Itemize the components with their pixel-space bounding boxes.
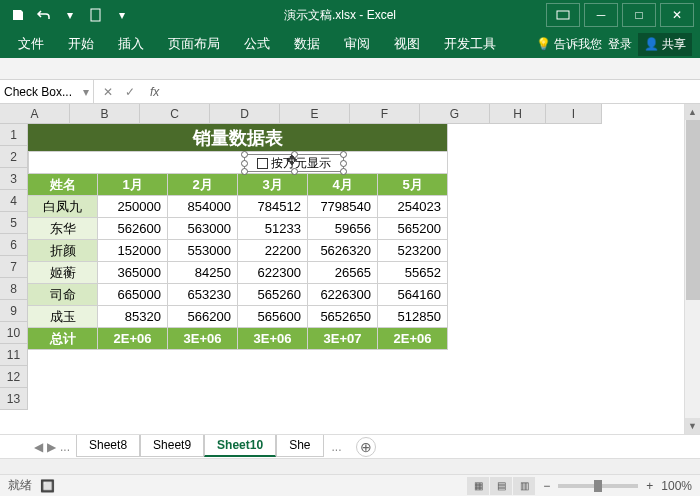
tab-insert[interactable]: 插入 (108, 31, 154, 57)
data-cell-5-4[interactable]: 512850 (378, 306, 448, 328)
formula-bar-input[interactable] (165, 80, 700, 103)
scroll-down-icon[interactable]: ▼ (685, 418, 700, 434)
row-header-9[interactable]: 9 (0, 300, 28, 322)
tab-review[interactable]: 审阅 (334, 31, 380, 57)
view-normal-icon[interactable]: ▦ (467, 477, 489, 495)
header-3[interactable]: 3月 (238, 174, 308, 196)
header-4[interactable]: 4月 (308, 174, 378, 196)
col-header-B[interactable]: B (70, 104, 140, 124)
qat-dropdown-icon[interactable]: ▾ (58, 3, 82, 27)
col-header-I[interactable]: I (546, 104, 602, 124)
namebox-dropdown-icon[interactable]: ▾ (83, 85, 89, 99)
data-cell-2-3[interactable]: 5626320 (308, 240, 378, 262)
title-cell[interactable]: 销量数据表 (28, 124, 448, 152)
macro-record-icon[interactable]: 🔲 (40, 479, 55, 493)
tab-pagelayout[interactable]: 页面布局 (158, 31, 230, 57)
data-cell-3-2[interactable]: 622300 (238, 262, 308, 284)
name-cell-3[interactable]: 姬蘅 (28, 262, 98, 284)
sheet-tab-Sheet9[interactable]: Sheet9 (140, 435, 204, 457)
close-icon[interactable]: ✕ (660, 3, 694, 27)
total-0[interactable]: 2E+06 (98, 328, 168, 350)
maximize-icon[interactable]: □ (622, 3, 656, 27)
tab-file[interactable]: 文件 (8, 31, 54, 57)
data-cell-4-1[interactable]: 653230 (168, 284, 238, 306)
data-cell-3-1[interactable]: 84250 (168, 262, 238, 284)
enter-formula-icon[interactable]: ✓ (120, 85, 140, 99)
total-2[interactable]: 3E+06 (238, 328, 308, 350)
scroll-up-icon[interactable]: ▲ (685, 104, 700, 120)
sheet-more-icon[interactable]: ... (324, 440, 350, 454)
view-pagelayout-icon[interactable]: ▤ (490, 477, 512, 495)
name-cell-1[interactable]: 东华 (28, 218, 98, 240)
data-cell-0-0[interactable]: 250000 (98, 196, 168, 218)
data-cell-5-3[interactable]: 5652650 (308, 306, 378, 328)
data-cell-1-4[interactable]: 565200 (378, 218, 448, 240)
row-header-7[interactable]: 7 (0, 256, 28, 278)
add-sheet-button[interactable]: ⊕ (356, 437, 376, 457)
row-header-5[interactable]: 5 (0, 212, 28, 234)
data-cell-2-1[interactable]: 553000 (168, 240, 238, 262)
resize-handle-icon[interactable] (340, 168, 347, 175)
undo-icon[interactable] (32, 3, 56, 27)
header-5[interactable]: 5月 (378, 174, 448, 196)
data-cell-0-2[interactable]: 784512 (238, 196, 308, 218)
row-header-6[interactable]: 6 (0, 234, 28, 256)
save-icon[interactable] (6, 3, 30, 27)
name-cell-0[interactable]: 白凤九 (28, 196, 98, 218)
resize-handle-icon[interactable] (340, 151, 347, 158)
data-cell-4-2[interactable]: 565260 (238, 284, 308, 306)
data-cell-0-4[interactable]: 254023 (378, 196, 448, 218)
data-cell-5-0[interactable]: 85320 (98, 306, 168, 328)
data-cell-5-2[interactable]: 565600 (238, 306, 308, 328)
resize-handle-icon[interactable] (291, 168, 298, 175)
checkbox-box[interactable] (257, 158, 268, 169)
row-header-11[interactable]: 11 (0, 344, 28, 366)
row-header-1[interactable]: 1 (0, 124, 28, 146)
data-cell-2-4[interactable]: 523200 (378, 240, 448, 262)
data-cell-4-4[interactable]: 564160 (378, 284, 448, 306)
cancel-formula-icon[interactable]: ✕ (98, 85, 118, 99)
tab-view[interactable]: 视图 (384, 31, 430, 57)
data-cell-4-3[interactable]: 6226300 (308, 284, 378, 306)
blank-row2[interactable] (28, 152, 448, 174)
new-doc-icon[interactable] (84, 3, 108, 27)
col-header-A[interactable]: A (0, 104, 70, 124)
zoom-in-button[interactable]: + (646, 479, 653, 493)
signin-link[interactable]: 登录 (608, 36, 632, 53)
sheet-tab-Sheet10[interactable]: Sheet10 (204, 435, 276, 457)
col-header-G[interactable]: G (420, 104, 490, 124)
row-header-3[interactable]: 3 (0, 168, 28, 190)
row-header-10[interactable]: 10 (0, 322, 28, 344)
zoom-level[interactable]: 100% (661, 479, 692, 493)
sheet-tab-Sheet8[interactable]: Sheet8 (76, 435, 140, 457)
row-header-2[interactable]: 2 (0, 146, 28, 168)
col-header-E[interactable]: E (280, 104, 350, 124)
tab-home[interactable]: 开始 (58, 31, 104, 57)
total-1[interactable]: 3E+06 (168, 328, 238, 350)
horizontal-scrollbar[interactable] (0, 458, 700, 474)
header-2[interactable]: 2月 (168, 174, 238, 196)
col-header-D[interactable]: D (210, 104, 280, 124)
row-header-8[interactable]: 8 (0, 278, 28, 300)
tell-me[interactable]: 💡 告诉我您 (536, 36, 602, 53)
zoom-slider-thumb[interactable] (594, 480, 602, 492)
fx-icon[interactable]: fx (144, 85, 165, 99)
resize-handle-icon[interactable] (241, 160, 248, 167)
header-0[interactable]: 姓名 (28, 174, 98, 196)
data-cell-3-3[interactable]: 26565 (308, 262, 378, 284)
tab-formulas[interactable]: 公式 (234, 31, 280, 57)
resize-handle-icon[interactable] (241, 151, 248, 158)
tab-developer[interactable]: 开发工具 (434, 31, 506, 57)
spreadsheet-grid[interactable]: ABCDEFGHI 12345678910111213 销量数据表姓名1月2月3… (0, 104, 700, 434)
col-header-H[interactable]: H (490, 104, 546, 124)
row-header-13[interactable]: 13 (0, 388, 28, 410)
sheet-tab-She[interactable]: She (276, 435, 323, 457)
sheet-nav-next-icon[interactable]: ▶ (47, 440, 56, 454)
data-cell-2-2[interactable]: 22200 (238, 240, 308, 262)
zoom-slider[interactable] (558, 484, 638, 488)
qat-dropdown2-icon[interactable]: ▾ (110, 3, 134, 27)
data-cell-2-0[interactable]: 152000 (98, 240, 168, 262)
data-cell-4-0[interactable]: 665000 (98, 284, 168, 306)
col-header-F[interactable]: F (350, 104, 420, 124)
minimize-icon[interactable]: ─ (584, 3, 618, 27)
